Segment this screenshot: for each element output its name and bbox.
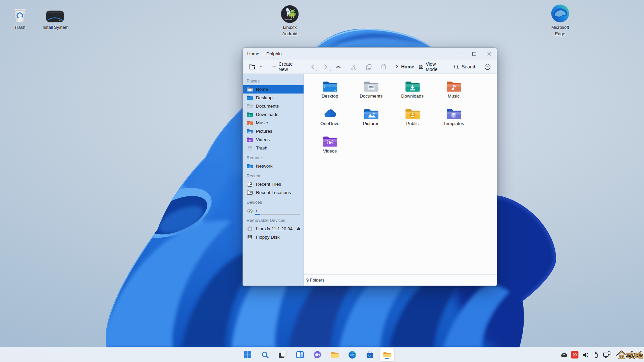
tray-volume-icon[interactable] xyxy=(581,351,590,359)
music-folder-icon xyxy=(247,120,253,126)
sidebar-item-network[interactable]: Network xyxy=(243,162,304,170)
taskbar-edge-browser-button[interactable] xyxy=(345,348,360,362)
taskbar-chat-button[interactable] xyxy=(310,348,325,362)
sidebar-item-label: Music xyxy=(256,120,268,125)
menu-button[interactable] xyxy=(482,61,493,72)
back-button[interactable] xyxy=(308,61,318,72)
folder-view: DesktopDocumentsDownloadsMusicOneDrivePi… xyxy=(304,74,497,286)
desktop-icon-label: LinuxfxAndroid xyxy=(282,24,298,37)
external-drive-icon xyxy=(46,3,64,23)
tray-remote-app-icon[interactable] xyxy=(571,351,579,359)
breadcrumb[interactable]: Home xyxy=(392,61,417,72)
breadcrumb-home: Home xyxy=(401,64,414,69)
eject-icon[interactable] xyxy=(297,226,301,231)
sidebar-item--[interactable]: / xyxy=(243,206,304,215)
sidebar-item-label: Recent Files xyxy=(256,182,281,187)
sidebar-section-removable-devices: Removable Devices xyxy=(243,215,304,225)
cut-button[interactable] xyxy=(348,61,359,72)
folder-label: OneDrive xyxy=(320,121,339,126)
forward-button[interactable] xyxy=(320,61,331,72)
maximize-button[interactable] xyxy=(467,48,482,60)
taskbar-widgets-button[interactable] xyxy=(292,348,307,362)
copy-button[interactable] xyxy=(363,61,374,72)
folder-pictures[interactable]: Pictures xyxy=(351,107,392,134)
sidebar-item-trash[interactable]: Trash xyxy=(243,144,304,152)
sidebar-item-pictures[interactable]: Pictures xyxy=(243,127,304,135)
tray-usb-icon[interactable] xyxy=(592,351,600,359)
desktop-icon-label: Trash xyxy=(14,24,25,31)
sidebar-item-recent-locations[interactable]: Recent Locations xyxy=(243,188,304,197)
folder-downloads[interactable]: Downloads xyxy=(392,79,433,107)
sidebar-section-devices: Devices xyxy=(243,197,304,206)
desktop-icon-linuxfx-android[interactable]: LinuxfxAndroid xyxy=(272,3,307,37)
minimize-button[interactable] xyxy=(451,48,467,60)
new-folder-button[interactable] xyxy=(246,61,265,72)
create-new-button[interactable]: Create New xyxy=(270,61,302,72)
title-bar[interactable]: Home — Dolphin xyxy=(243,48,497,60)
search-label: Search xyxy=(462,64,476,69)
sidebar-item-desktop[interactable]: Desktop xyxy=(243,94,304,102)
videos-folder-icon xyxy=(247,137,253,142)
paste-button[interactable] xyxy=(378,61,389,72)
tray-display-icon[interactable] xyxy=(603,351,611,359)
create-new-label: Create New xyxy=(278,61,299,72)
folder-downloads xyxy=(405,79,420,93)
desktop-icon-microsoft-edge[interactable]: MicrosoftEdge xyxy=(543,3,578,37)
sidebar-item-music[interactable]: Music xyxy=(243,119,304,127)
downloads-folder-icon xyxy=(247,112,253,117)
sidebar-item-downloads[interactable]: Downloads xyxy=(243,110,304,119)
folder-templates[interactable]: Templates xyxy=(433,107,474,134)
sidebar-item-recent-files[interactable]: Recent Files xyxy=(243,180,304,188)
recent-locations-icon xyxy=(247,190,253,195)
sidebar-item-videos[interactable]: Videos xyxy=(243,135,304,144)
folder-label: Downloads xyxy=(401,94,424,99)
onedrive-cloud xyxy=(322,107,338,120)
folder-documents[interactable]: Documents xyxy=(351,79,392,107)
sidebar-item-linuxfx-11-1-20-04[interactable]: Linuxfx 11.1.20.04 xyxy=(243,225,304,233)
sidebar-item-label: Pictures xyxy=(256,129,272,134)
taskbar-store-button[interactable] xyxy=(362,348,377,362)
folder-pictures xyxy=(364,107,379,120)
sidebar-item-label: Network xyxy=(256,164,273,169)
folder-videos[interactable]: Videos xyxy=(309,134,351,162)
desktop-icon-install-system[interactable]: Install System xyxy=(38,3,72,31)
folder-label: Public xyxy=(406,121,419,126)
folder-label: Videos xyxy=(323,148,337,154)
optical-disc-icon xyxy=(247,226,253,232)
close-button[interactable] xyxy=(482,48,497,60)
sidebar-item-label: Trash xyxy=(256,145,267,150)
folder-label: Desktop xyxy=(322,94,338,99)
up-button[interactable] xyxy=(333,61,344,72)
taskbar-dolphin-button[interactable] xyxy=(380,348,394,362)
status-bar: 9 Folders xyxy=(304,274,497,286)
folder-public[interactable]: Public xyxy=(392,107,433,134)
root-drive-icon xyxy=(247,208,253,214)
sidebar-item-floppy-disk[interactable]: Floppy Disk xyxy=(243,233,304,241)
folder-music xyxy=(446,79,462,93)
taskbar-search-button[interactable] xyxy=(258,348,272,362)
search-button[interactable]: Search xyxy=(451,61,479,72)
sidebar-section-recent: Recent xyxy=(243,170,304,180)
network-folder-icon xyxy=(247,163,253,169)
folder-onedrive[interactable]: OneDrive xyxy=(309,107,351,134)
floppy-disk-icon xyxy=(247,234,253,240)
folder-desktop[interactable]: Desktop xyxy=(309,79,351,107)
taskbar-task-view-button[interactable] xyxy=(275,348,290,362)
tray-cloud-status-icon[interactable]: ? xyxy=(560,351,568,359)
folder-desktop xyxy=(322,79,338,93)
home-folder-icon xyxy=(247,86,253,92)
desktop-icon-trash[interactable]: Trash xyxy=(2,3,37,31)
svg-text:?: ? xyxy=(563,353,565,357)
view-mode-button[interactable]: View Mode xyxy=(417,61,447,72)
taskbar-file-explorer-button[interactable] xyxy=(327,348,342,362)
sidebar-item-home[interactable]: Home xyxy=(243,85,304,94)
folder-label: Templates xyxy=(443,121,464,126)
folder-label: Music xyxy=(448,94,460,99)
places-panel: PlacesHomeDesktopDocumentsDownloadsMusic… xyxy=(243,74,304,286)
sidebar-item-documents[interactable]: Documents xyxy=(243,102,304,110)
sidebar-item-label: Home xyxy=(256,87,268,92)
folder-music[interactable]: Music xyxy=(433,79,474,107)
documents-folder-icon xyxy=(247,103,253,109)
sidebar-item-label: Videos xyxy=(256,137,270,142)
taskbar-start-button[interactable] xyxy=(240,348,255,362)
